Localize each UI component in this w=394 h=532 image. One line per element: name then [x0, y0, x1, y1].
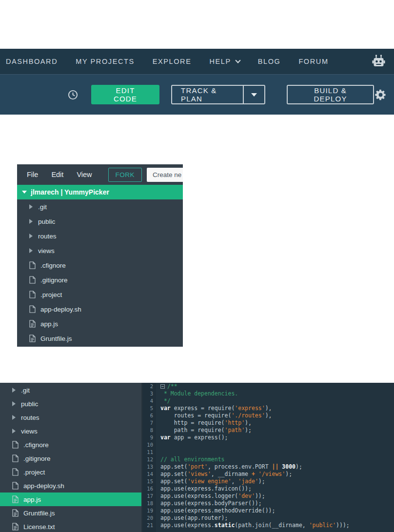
code-text: −/**: [156, 383, 177, 390]
tree-item-app-js[interactable]: app.js: [0, 493, 141, 506]
line-number: 12: [142, 456, 156, 463]
nav-help-label: HELP: [209, 58, 231, 65]
tree-item-project[interactable]: .project: [0, 465, 141, 479]
file-tree-sidebar: .gitpublicroutesviews.cfignore.gitignore…: [0, 383, 142, 532]
dropdown-caret-icon[interactable]: [251, 93, 257, 97]
code-line[interactable]: 11: [142, 449, 394, 456]
code-text: app.use(express.methodOverride());: [156, 507, 275, 514]
tree-item-label: Gruntfile.js: [40, 335, 72, 342]
chevron-right-icon[interactable]: [29, 219, 33, 224]
tree-item-routes[interactable]: routes: [17, 229, 183, 243]
chevron-right-icon[interactable]: [29, 204, 33, 209]
code-line[interactable]: 12// all environments: [142, 456, 394, 463]
build-and-deploy-button[interactable]: BUILD & DEPLOY: [287, 85, 374, 104]
tree-item-views[interactable]: views: [0, 424, 141, 438]
chevron-right-icon[interactable]: [29, 234, 33, 238]
code-line[interactable]: 5var express = require('express'),: [142, 405, 394, 412]
nav-dashboard[interactable]: DASHBOARD: [6, 58, 58, 65]
chevron-right-icon[interactable]: [29, 248, 33, 253]
tree-item-public[interactable]: public: [0, 397, 141, 411]
code-line[interactable]: 19app.use(express.methodOverride());: [142, 507, 394, 514]
code-line[interactable]: 16app.use(express.favicon());: [142, 485, 394, 493]
line-number: 21: [142, 522, 156, 529]
code-line[interactable]: 18app.use(express.bodyParser());: [142, 500, 394, 507]
tree-item-routes[interactable]: routes: [0, 411, 141, 424]
line-number: 14: [142, 471, 156, 478]
code-text: app.set('port', process.env.PORT || 3000…: [156, 463, 302, 471]
code-line[interactable]: 8 path = require('path');: [142, 427, 394, 434]
line-number: 16: [142, 485, 156, 493]
nav-help[interactable]: HELP: [209, 58, 239, 65]
line-number: 19: [142, 507, 156, 514]
code-line[interactable]: 9var app = express();: [142, 434, 394, 441]
file-navigator-panel: File Edit View FORK Create ne jlmarech |…: [17, 164, 183, 347]
tree-item-views[interactable]: views: [17, 243, 183, 258]
nav-forum[interactable]: FORUM: [298, 58, 328, 65]
tree-item-label: app-deploy.sh: [40, 306, 81, 313]
code-line[interactable]: 14app.set('views', __dirname + '/views')…: [142, 471, 394, 478]
tree-item-app-js[interactable]: app.js: [17, 316, 183, 331]
code-line[interactable]: 17app.use(express.logger('dev'));: [142, 493, 394, 500]
tree-item-project[interactable]: .project: [17, 287, 183, 302]
code-line[interactable]: 2−/**: [142, 383, 394, 390]
jazzhub-robot-logo-icon[interactable]: [372, 54, 385, 69]
code-file-icon: [12, 495, 19, 503]
tree-item-gitignore[interactable]: .gitignore: [17, 273, 183, 287]
tree-item-gruntfile-js[interactable]: Gruntfile.js: [0, 506, 141, 520]
code-line[interactable]: 13app.set('port', process.env.PORT || 30…: [142, 463, 394, 471]
create-new-button[interactable]: Create ne: [147, 168, 183, 182]
tree-item-label: views: [38, 247, 55, 255]
code-line[interactable]: 3 * Module dependencies.: [142, 390, 394, 397]
fork-button[interactable]: FORK: [108, 168, 142, 182]
menu-edit[interactable]: Edit: [51, 171, 63, 178]
chevron-right-icon[interactable]: [12, 401, 16, 406]
tree-item-gitignore[interactable]: .gitignore: [0, 452, 141, 465]
code-line[interactable]: 7 http = require('http'),: [142, 419, 394, 427]
tree-item-app-deploy-sh[interactable]: app-deploy.sh: [0, 479, 141, 493]
tree-item-gruntfile-js[interactable]: Gruntfile.js: [17, 331, 183, 346]
file-icon: [12, 454, 19, 462]
tree-item-git[interactable]: .git: [17, 199, 183, 214]
tree-item-label: routes: [21, 414, 39, 421]
code-text: [156, 449, 160, 456]
tree-item-app-deploy-sh[interactable]: app-deploy.sh: [17, 302, 183, 316]
chevron-down-icon: [235, 58, 240, 63]
nav-blog[interactable]: BLOG: [258, 58, 281, 65]
code-line[interactable]: 10: [142, 441, 394, 449]
tree-item-cfignore[interactable]: .cfignore: [0, 438, 141, 452]
tree-item-public[interactable]: public: [17, 214, 183, 229]
code-text: * Module dependencies.: [156, 390, 238, 397]
code-line[interactable]: 20app.use(app.router);: [142, 514, 394, 522]
chevron-right-icon[interactable]: [12, 388, 16, 393]
chevron-right-icon[interactable]: [12, 415, 16, 420]
top-navigation: DASHBOARD MY PROJECTS EXPLORE HELP BLOG …: [0, 49, 394, 74]
file-icon: [29, 305, 36, 313]
menu-file[interactable]: File: [27, 171, 38, 178]
track-and-plan-label: TRACK & PLAN: [172, 86, 243, 103]
chevron-expanded-icon[interactable]: [22, 191, 27, 194]
code-text: app.use(express.favicon());: [156, 485, 252, 493]
text-file-icon: [12, 523, 19, 531]
tree-item-label: public: [21, 400, 38, 408]
tree-item-label: .git: [21, 387, 30, 394]
page: DASHBOARD MY PROJECTS EXPLORE HELP BLOG …: [0, 0, 394, 532]
settings-gear-icon[interactable]: [374, 88, 387, 101]
tree-item-cfignore[interactable]: .cfignore: [17, 258, 183, 273]
project-root-row[interactable]: jlmarech | YummyPicker: [17, 185, 183, 199]
track-and-plan-button[interactable]: TRACK & PLAN: [171, 85, 265, 104]
nav-my-projects[interactable]: MY PROJECTS: [76, 58, 134, 65]
code-line[interactable]: 6 routes = require('./routes'),: [142, 412, 394, 419]
edit-code-button[interactable]: EDIT CODE: [91, 85, 159, 104]
menu-view[interactable]: View: [77, 171, 92, 178]
history-clock-icon[interactable]: [67, 89, 79, 100]
tree-item-label: .cfignore: [23, 441, 49, 449]
tree-item-git[interactable]: .git: [0, 383, 141, 397]
code-line[interactable]: 21app.use(express.static(path.join(__dir…: [142, 522, 394, 529]
code-line[interactable]: 4 */: [142, 397, 394, 405]
fold-collapse-icon[interactable]: −: [160, 384, 165, 389]
code-editor[interactable]: 2−/**3 * Module dependencies.4 */5var ex…: [142, 383, 394, 532]
chevron-right-icon[interactable]: [12, 429, 16, 433]
tree-item-license-txt[interactable]: License.txt: [0, 520, 141, 532]
nav-explore[interactable]: EXPLORE: [153, 58, 192, 65]
code-line[interactable]: 15app.set('view engine', 'jade');: [142, 478, 394, 485]
